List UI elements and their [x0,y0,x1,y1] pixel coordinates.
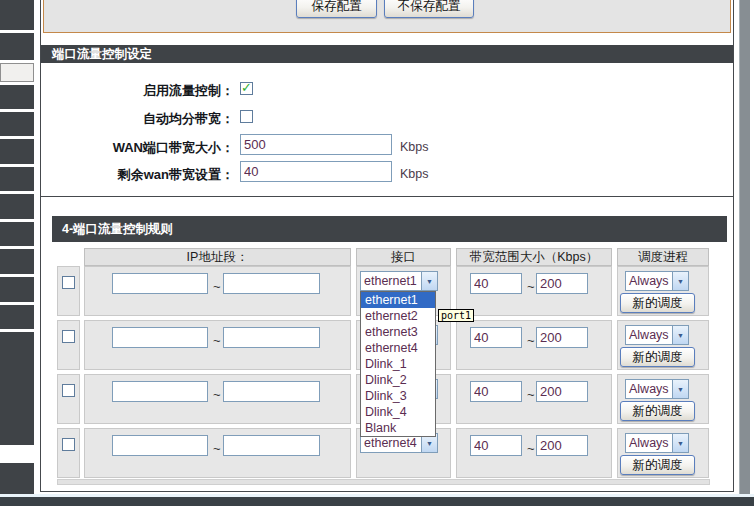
chevron-down-icon[interactable]: ▼ [672,434,688,452]
schedule-select-value: Always [626,434,672,452]
ip-tilde: ~ [213,387,221,402]
sidebar-item[interactable] [0,332,34,445]
remain-bandwidth-unit: Kbps [400,167,429,181]
column-header-ip: IP地址段： [84,248,351,266]
sidebar-item[interactable] [0,0,34,30]
dropdown-option[interactable]: Dlink_4 [361,404,435,420]
row-select-checkbox[interactable] [62,330,75,343]
column-header-schedule: 调度进程 [617,248,709,266]
ip-tilde: ~ [213,279,221,294]
row-checkbox-cell [57,428,80,478]
new-schedule-button[interactable]: 新的调度 [620,401,695,421]
sidebar-item[interactable] [0,85,34,109]
bw-max-input[interactable] [536,435,588,456]
ip-start-input[interactable] [112,435,208,456]
section-divider [40,196,734,197]
dropdown-option[interactable]: ethernet1 [361,292,435,308]
schedule-select[interactable]: Always ▼ [625,433,689,453]
footer-bar [0,497,754,506]
sidebar-item[interactable] [0,139,34,164]
ip-start-input[interactable] [112,273,208,294]
new-schedule-button[interactable]: 新的调度 [620,455,695,475]
ip-start-input[interactable] [112,381,208,402]
new-schedule-button[interactable]: 新的调度 [620,293,695,313]
auto-split-label: 自动均分带宽： [60,110,234,128]
row-checkbox-cell [57,320,80,370]
dropdown-option[interactable]: ethernet3 [361,324,435,340]
bw-min-input[interactable] [470,273,522,294]
schedule-select[interactable]: Always ▼ [625,379,689,399]
ip-start-input[interactable] [112,327,208,348]
schedule-select-value: Always [626,326,672,344]
interface-select-value: ethernet1 [361,272,421,290]
sidebar-item[interactable] [0,194,34,219]
ip-end-input[interactable] [223,327,320,348]
sidebar-item-active[interactable] [0,63,34,82]
wan-bandwidth-label: WAN端口带宽大小： [60,139,234,157]
chevron-down-icon[interactable]: ▼ [421,272,437,290]
auto-split-checkbox[interactable] [240,110,253,123]
scrollbar-strip[interactable] [739,0,750,497]
bw-tilde: ~ [527,441,535,456]
bw-max-input[interactable] [536,381,588,402]
sidebar-item[interactable] [0,222,34,246]
ip-end-input[interactable] [223,381,320,402]
row-checkbox-cell [57,374,80,424]
discard-config-button[interactable]: 不保存配置 [384,0,474,18]
row-select-checkbox[interactable] [62,276,75,289]
column-header-bandwidth: 带宽范围大小（Kbps） [456,248,612,266]
column-header-interface: 接口 [356,248,451,266]
bw-min-input[interactable] [470,435,522,456]
ip-end-input[interactable] [223,435,320,456]
rules-section-title: 4-端口流量控制规则 [52,216,727,242]
sidebar-item[interactable] [0,249,34,274]
dropdown-option[interactable]: Blank [361,420,435,436]
enable-traffic-label: 启用流量控制： [60,82,234,100]
schedule-select[interactable]: Always ▼ [625,325,689,345]
new-schedule-button[interactable]: 新的调度 [620,347,695,367]
traffic-control-page: 保存配置 不保存配置 端口流量控制设定 启用流量控制： 自动均分带宽： WAN端… [0,0,754,506]
save-config-button[interactable]: 保存配置 [296,0,377,18]
bw-max-input[interactable] [536,273,588,294]
bw-tilde: ~ [527,387,535,402]
port-tooltip: port1 [438,309,474,322]
row-select-checkbox[interactable] [62,384,75,397]
sidebar-item[interactable] [0,112,34,136]
remain-bandwidth-label: 剩余wan带宽设置： [60,166,234,184]
bw-tilde: ~ [527,333,535,348]
ip-tilde: ~ [213,441,221,456]
schedule-select-value: Always [626,272,672,290]
wan-bandwidth-input[interactable] [240,134,392,155]
bw-min-input[interactable] [470,381,522,402]
sidebar-item[interactable] [0,277,34,302]
row-checkbox-cell [57,266,80,316]
ip-tilde: ~ [213,333,221,348]
bw-max-input[interactable] [536,327,588,348]
sidebar-item[interactable] [0,33,34,60]
sidebar-item[interactable] [0,167,34,191]
dropdown-option[interactable]: Dlink_1 [361,356,435,372]
dropdown-option[interactable]: ethernet4 [361,340,435,356]
chevron-down-icon[interactable]: ▼ [672,380,688,398]
dropdown-option[interactable]: ethernet2 [361,308,435,324]
ip-end-input[interactable] [223,273,320,294]
table-bottom-strip [57,479,710,485]
wan-bandwidth-unit: Kbps [400,140,429,154]
settings-section-title: 端口流量控制设定 [41,45,733,63]
sidebar-item[interactable] [0,305,34,329]
schedule-select[interactable]: Always ▼ [625,271,689,291]
remain-bandwidth-input[interactable] [240,161,392,182]
interface-select[interactable]: ethernet1 ▼ [360,271,438,291]
sidebar-item[interactable] [0,463,34,494]
enable-traffic-checkbox[interactable] [240,82,253,95]
schedule-select-value: Always [626,380,672,398]
bw-min-input[interactable] [470,327,522,348]
chevron-down-icon[interactable]: ▼ [672,272,688,290]
dropdown-option[interactable]: Dlink_3 [361,388,435,404]
chevron-down-icon[interactable]: ▼ [672,326,688,344]
row-select-checkbox[interactable] [62,438,75,451]
bw-tilde: ~ [527,279,535,294]
dropdown-option[interactable]: Dlink_2 [361,372,435,388]
interface-dropdown-list: ethernet1 ethernet2 ethernet3 ethernet4 … [360,291,436,437]
